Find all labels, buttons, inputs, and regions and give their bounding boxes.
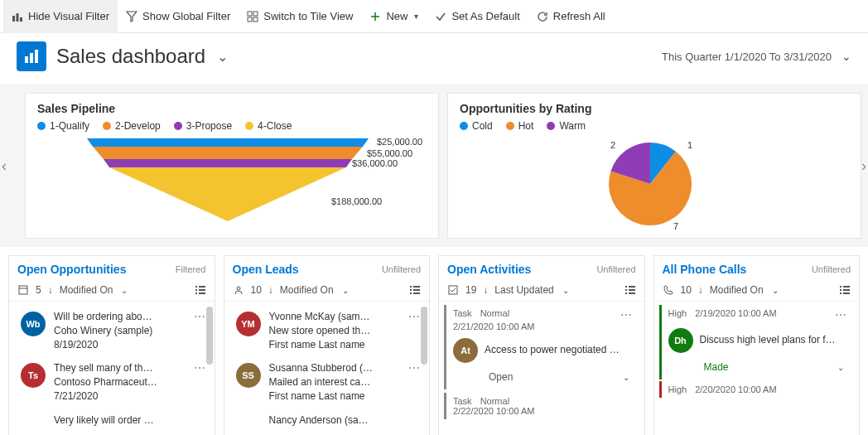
avatar: Dh bbox=[668, 328, 693, 353]
activity-icon bbox=[447, 284, 459, 296]
toolbar-label: Refresh All bbox=[553, 10, 605, 22]
svg-marker-13 bbox=[109, 167, 346, 221]
chevron-down-icon[interactable]: ⌄ bbox=[562, 286, 569, 295]
sort-field[interactable]: Modified On bbox=[710, 284, 764, 296]
svg-rect-39 bbox=[625, 289, 627, 291]
sort-field[interactable]: Modified On bbox=[280, 284, 334, 296]
svg-text:$25,000.00: $25,000.00 bbox=[377, 138, 422, 147]
list-item[interactable]: Ts They sell many of th… Contoso Pharmac… bbox=[17, 356, 213, 408]
card-filter-status: Unfiltered bbox=[812, 264, 851, 274]
svg-rect-40 bbox=[629, 289, 635, 291]
chevron-down-icon[interactable]: ⌄ bbox=[623, 373, 629, 382]
charts-prev-button[interactable]: ‹ bbox=[0, 153, 12, 178]
item-date: 7/21/2020 bbox=[54, 389, 182, 404]
legend-item: 2-Develop bbox=[103, 120, 161, 132]
charts-next-button[interactable]: › bbox=[856, 153, 868, 178]
card-filter-status: Unfiltered bbox=[596, 264, 635, 274]
more-icon[interactable]: ⋯ bbox=[832, 308, 851, 321]
svg-marker-12 bbox=[104, 159, 352, 167]
date-range-selector[interactable]: This Quarter 1/1/2020 To 3/31/2020 ⌄ bbox=[662, 50, 851, 63]
new-button[interactable]: New ▾ bbox=[361, 0, 427, 33]
phone-item[interactable]: High 2/20/2020 10:00 AM bbox=[659, 381, 858, 398]
command-bar: Hide Visual Filter Show Global Filter Sw… bbox=[0, 0, 868, 33]
svg-rect-25 bbox=[195, 289, 197, 291]
chevron-down-icon[interactable]: ⌄ bbox=[772, 286, 779, 295]
item-title: Nancy Anderson (sa… bbox=[269, 413, 425, 428]
svg-rect-35 bbox=[413, 292, 420, 294]
toolbar-label: New bbox=[386, 10, 407, 22]
view-options-icon[interactable] bbox=[195, 284, 206, 296]
svg-rect-36 bbox=[449, 286, 457, 294]
refresh-all-button[interactable]: Refresh All bbox=[528, 0, 614, 33]
legend-item: 3-Propose bbox=[174, 120, 232, 132]
more-icon[interactable]: ⋯ bbox=[617, 308, 636, 321]
phone-date: 2/20/2020 10:00 AM bbox=[695, 384, 776, 394]
scrollbar[interactable] bbox=[206, 307, 213, 365]
sort-arrow-icon[interactable]: ↓ bbox=[698, 284, 703, 296]
chevron-down-icon[interactable]: ⌄ bbox=[342, 286, 349, 295]
svg-rect-1 bbox=[17, 13, 19, 22]
chevron-down-icon[interactable]: ⌄ bbox=[837, 363, 844, 372]
count: 10 bbox=[681, 284, 692, 296]
view-options-icon[interactable] bbox=[409, 284, 421, 296]
svg-rect-32 bbox=[410, 289, 412, 291]
view-options-icon[interactable] bbox=[839, 284, 851, 296]
sales-pipeline-chart[interactable]: Sales Pipeline 1-Qualify 2-Develop 3-Pro… bbox=[25, 93, 439, 239]
list-item[interactable]: Nancy Anderson (sa… bbox=[233, 408, 428, 433]
phone-date: 2/19/2020 10:00 AM bbox=[695, 308, 776, 318]
card-title[interactable]: Open Opportunities bbox=[17, 263, 126, 276]
record-type-icon bbox=[17, 284, 29, 296]
sort-arrow-icon[interactable]: ↓ bbox=[268, 284, 273, 296]
sort-field[interactable]: Modified On bbox=[60, 284, 113, 296]
opportunities-rating-chart[interactable]: Opportunities by Rating Cold Hot Warm 1 … bbox=[447, 93, 861, 239]
svg-rect-21 bbox=[19, 286, 27, 294]
list-item[interactable]: Very likely will order … bbox=[17, 408, 213, 433]
more-icon[interactable]: ⋯ bbox=[190, 361, 210, 375]
svg-rect-23 bbox=[195, 286, 197, 288]
chevron-down-icon[interactable]: ⌄ bbox=[217, 49, 228, 65]
item-date: 8/19/2020 bbox=[54, 338, 182, 352]
phone-priority: High bbox=[668, 308, 687, 318]
chevron-down-icon[interactable]: ⌄ bbox=[121, 286, 128, 295]
list-item[interactable]: SS Susanna Stubberod (… Mailed an intere… bbox=[233, 356, 428, 408]
svg-rect-34 bbox=[410, 292, 412, 294]
filter-visual-icon bbox=[12, 11, 23, 22]
check-icon bbox=[435, 11, 446, 22]
svg-rect-41 bbox=[625, 292, 627, 294]
svg-rect-3 bbox=[248, 12, 252, 16]
item-extra: First name Last name bbox=[269, 338, 398, 352]
card-title[interactable]: All Phone Calls bbox=[663, 263, 747, 276]
svg-rect-9 bbox=[35, 50, 38, 63]
list-item[interactable]: YM Yvonne McKay (sam… New store opened t… bbox=[233, 305, 428, 356]
phone-item[interactable]: High 2/19/2020 10:00 AM ⋯ Dh Discuss hig… bbox=[659, 305, 858, 379]
list-item[interactable]: Wb Will be ordering abo… Coho Winery (sa… bbox=[17, 305, 213, 356]
svg-rect-33 bbox=[413, 289, 420, 291]
phone-icon bbox=[663, 284, 674, 296]
activity-item[interactable]: Task Normal ⋯ 2/21/2020 10:00 AM At Acce… bbox=[444, 305, 643, 389]
legend-item: Cold bbox=[460, 120, 493, 132]
card-title[interactable]: Open Leads bbox=[233, 263, 299, 276]
activity-item[interactable]: Task Normal 2/22/2020 10:00 AM bbox=[444, 393, 643, 419]
refresh-icon bbox=[537, 11, 548, 22]
set-default-button[interactable]: Set As Default bbox=[427, 0, 528, 33]
svg-marker-10 bbox=[87, 138, 369, 147]
show-global-filter-button[interactable]: Show Global Filter bbox=[118, 0, 239, 33]
switch-tile-view-button[interactable]: Switch to Tile View bbox=[239, 0, 361, 33]
item-title: Yvonne McKay (sam… bbox=[269, 310, 398, 324]
scrollbar[interactable] bbox=[421, 307, 427, 365]
card-title[interactable]: Open Activities bbox=[447, 263, 531, 276]
sort-arrow-icon[interactable]: ↓ bbox=[48, 284, 53, 296]
chart-legend: 1-Qualify 2-Develop 3-Propose 4-Close bbox=[37, 120, 427, 132]
svg-rect-27 bbox=[195, 292, 197, 294]
chart-title: Sales Pipeline bbox=[37, 102, 427, 115]
view-options-icon[interactable] bbox=[624, 284, 636, 296]
toolbar-label: Set As Default bbox=[451, 10, 519, 22]
status-text: Made bbox=[704, 361, 729, 373]
svg-rect-26 bbox=[199, 289, 205, 291]
hide-visual-filter-button[interactable]: Hide Visual Filter bbox=[3, 0, 118, 33]
legend-item: Warm bbox=[547, 120, 586, 132]
open-activities-card: Open Activities Unfiltered 19 ↓ Last Upd… bbox=[438, 255, 645, 435]
sort-field[interactable]: Last Updated bbox=[494, 284, 553, 296]
open-opportunities-card: Open Opportunities Filtered 5 ↓ Modified… bbox=[8, 255, 215, 435]
sort-arrow-icon[interactable]: ↓ bbox=[483, 284, 488, 296]
